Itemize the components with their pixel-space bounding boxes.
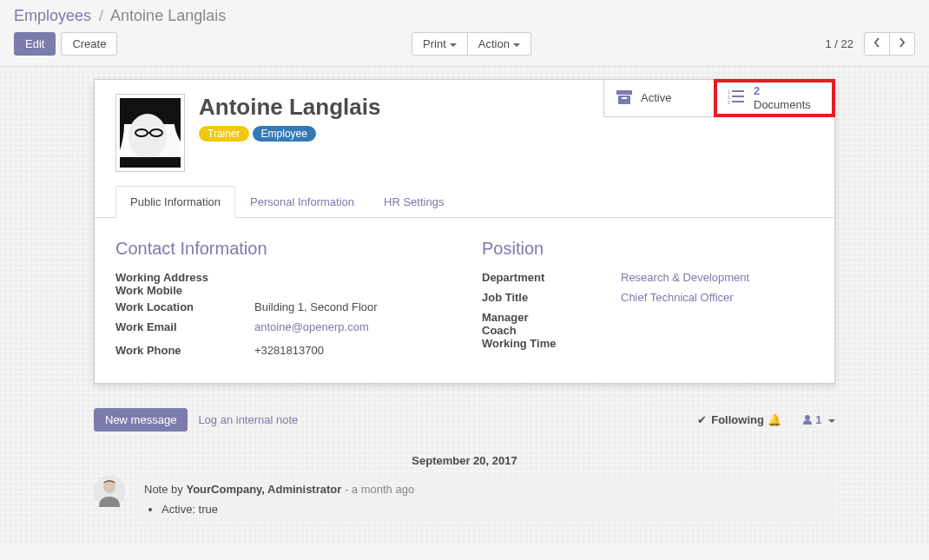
message-author: YourCompany, Administrator [186,483,341,496]
pager-next-button[interactable] [890,32,915,56]
pager-text: 1 / 22 [825,37,853,50]
message-time: - a month ago [341,483,414,496]
check-icon: ✔ [697,413,707,426]
chevron-right-icon [899,37,906,48]
tab-hr-settings[interactable]: HR Settings [369,186,458,217]
followers-button[interactable]: 1 [802,413,835,426]
avatar [115,94,185,172]
control-bar: Employees / Antoine Langlais Edit Create… [0,0,929,66]
work-location-value: Building 1, Second Floor [254,300,447,313]
tab-public-information[interactable]: Public Information [115,186,235,218]
log-internal-note-link[interactable]: Log an internal note [198,413,298,426]
chevron-left-icon [873,37,880,48]
contact-heading: Contact Information [115,239,447,259]
print-dropdown-button[interactable]: Print [412,32,468,56]
record-name: Antoine Langlais [199,94,380,121]
pager-prev-button[interactable] [864,32,890,56]
work-mobile-label: Work Mobile [115,284,447,297]
avatar-icon [94,476,125,507]
bell-icon: 🔔 [768,413,781,426]
action-dropdown-button[interactable]: Action [468,32,531,56]
tag-trainer: Trainer [199,126,249,142]
new-message-button[interactable]: New message [94,408,188,432]
department-label: Department [482,271,621,284]
message-avatar [94,476,125,507]
form-sheet: Active 1 2 3 2 Documents [94,79,835,384]
avatar-image [120,98,181,168]
manager-label: Manager [482,311,814,324]
svg-rect-15 [120,157,181,168]
message-header: Note by YourCompany, Administrator - a m… [144,483,825,496]
svg-point-16 [805,415,810,420]
coach-label: Coach [482,324,814,337]
job-title-label: Job Title [482,291,621,304]
create-button[interactable]: Create [61,32,117,56]
work-location-label: Work Location [115,300,254,313]
breadcrumb: Employees / Antoine Langlais [14,7,915,25]
work-phone-label: Work Phone [115,344,254,357]
date-separator: September 20, 2017 [94,454,835,467]
edit-button[interactable]: Edit [14,32,56,56]
breadcrumb-parent-link[interactable]: Employees [14,7,91,24]
tag-employee: Employee [253,126,316,142]
caret-down-icon [828,419,835,423]
work-email-label: Work Email [115,320,254,333]
working-address-label: Working Address [115,271,447,284]
caret-down-icon [450,43,457,47]
caret-down-icon [513,43,520,47]
working-time-label: Working Time [482,337,814,350]
svg-point-11 [128,114,167,159]
job-title-value[interactable]: Chief Technical Officer [621,291,814,304]
work-phone-value: +3281813700 [254,344,447,357]
breadcrumb-separator: / [96,7,107,24]
chatter: New message Log an internal note ✔ Follo… [94,401,835,523]
work-email-value[interactable]: antoine@openerp.com [254,320,447,333]
position-heading: Position [482,239,814,259]
tabs: Public Information Personal Information … [95,186,834,218]
message-content: Active: true [144,503,825,516]
chatter-message: Note by YourCompany, Administrator - a m… [94,476,835,523]
breadcrumb-current: Antoine Langlais [110,7,226,24]
person-icon [802,414,813,425]
tab-personal-information[interactable]: Personal Information [235,186,369,217]
following-toggle[interactable]: ✔ Following 🔔 [697,413,781,426]
department-value[interactable]: Research & Development [621,271,814,284]
svg-point-18 [103,481,115,493]
